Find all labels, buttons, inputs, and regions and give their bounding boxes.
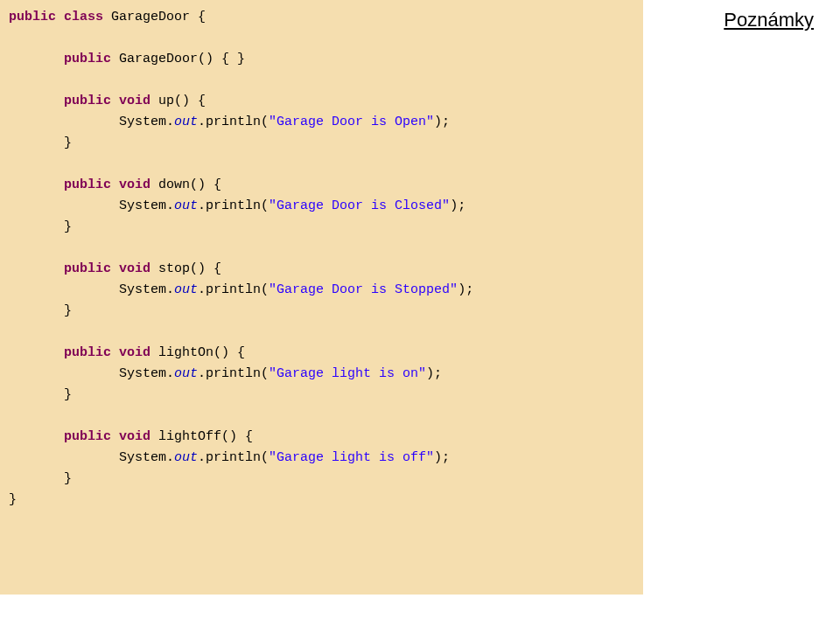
keyword-void: void <box>119 261 150 276</box>
system: System. <box>119 198 174 213</box>
brace-close: } <box>64 219 72 234</box>
out-field: out <box>174 366 198 381</box>
close-paren: ); <box>450 198 466 213</box>
out-field: out <box>174 282 198 297</box>
brace-close: } <box>64 471 72 486</box>
keyword-public: public <box>64 94 111 108</box>
keyword-class: class <box>64 10 103 24</box>
out-field: out <box>174 450 198 465</box>
close-paren: ); <box>434 115 450 129</box>
string-literal: "Garage Door is Closed" <box>269 198 450 213</box>
keyword-void: void <box>119 345 150 360</box>
keyword-public: public <box>64 345 111 360</box>
out-field: out <box>174 198 198 213</box>
string-literal: "Garage light is off" <box>269 450 434 465</box>
method-lighton: lightOn() { <box>158 345 245 360</box>
brace-close: } <box>64 387 72 402</box>
page-title: Poznámky <box>724 9 814 31</box>
close-paren: ); <box>434 450 450 465</box>
println: .println( <box>198 450 269 465</box>
keyword-void: void <box>119 429 150 444</box>
method-lightoff: lightOff() { <box>158 429 253 444</box>
ctor-name: GarageDoor() { } <box>119 52 245 66</box>
system: System. <box>119 282 174 297</box>
println: .println( <box>198 366 269 381</box>
close-paren: ); <box>426 366 442 381</box>
method-down: down() { <box>158 177 221 192</box>
class-name: GarageDoor { <box>111 10 206 24</box>
brace-close: } <box>64 136 72 150</box>
string-literal: "Garage Door is Stopped" <box>269 282 458 297</box>
brace-close: } <box>64 303 72 318</box>
string-literal: "Garage light is on" <box>269 366 426 381</box>
keyword-void: void <box>119 177 150 192</box>
println: .println( <box>198 115 269 129</box>
class-brace-close: } <box>9 492 17 507</box>
keyword-public: public <box>9 10 56 24</box>
method-stop: stop() { <box>158 261 221 276</box>
keyword-void: void <box>119 94 150 108</box>
system: System. <box>119 450 174 465</box>
method-up: up() { <box>158 94 206 108</box>
close-paren: ); <box>458 282 473 297</box>
println: .println( <box>198 282 269 297</box>
out-field: out <box>174 115 198 129</box>
keyword-public: public <box>64 429 111 444</box>
code-block: public class GarageDoor { public GarageD… <box>0 0 643 595</box>
system: System. <box>119 115 174 129</box>
system: System. <box>119 366 174 381</box>
keyword-public: public <box>64 177 111 192</box>
keyword-public: public <box>64 52 111 66</box>
keyword-public: public <box>64 261 111 276</box>
string-literal: "Garage Door is Open" <box>269 115 434 129</box>
println: .println( <box>198 198 269 213</box>
